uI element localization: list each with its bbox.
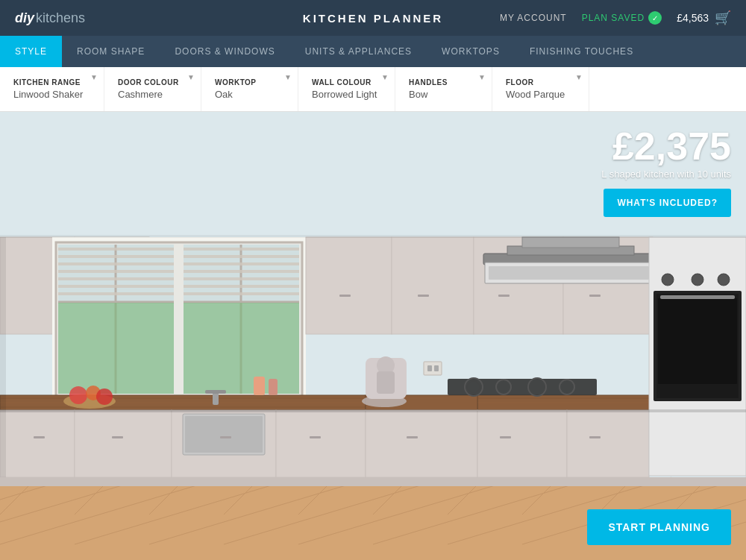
tab-worktops[interactable]: WORKTOPS [427,36,515,67]
svg-rect-88 [0,410,75,477]
chevron-down-icon: ▼ [187,73,195,81]
plan-saved-check-icon: ✓ [648,11,662,25]
wall-colour-label: WALL COLOUR [312,78,381,86]
tab-style[interactable]: STYLE [0,36,62,67]
door-colour-label: DOOR COLOUR [118,78,187,86]
header-price-value: £4,563 [677,12,709,24]
svg-rect-95 [205,390,226,394]
worktop-value: Oak [215,89,284,100]
handles-value: Bow [409,89,478,100]
tab-finishing-touches[interactable]: FINISHING TOUCHES [515,36,648,67]
option-kitchen-range[interactable]: ▼ KITCHEN RANGE Linwood Shaker [7,67,104,111]
svg-rect-68 [306,237,392,334]
svg-rect-121 [254,377,265,395]
whats-included-button[interactable]: WHAT'S INCLUDED? [604,189,731,217]
svg-rect-128 [220,436,231,438]
option-worktop[interactable]: ▼ WORKTOP Oak [201,67,298,111]
nav-tabs: STYLE ROOM SHAPE DOORS & WINDOWS UNITS &… [0,36,746,67]
svg-rect-127 [112,436,123,438]
option-door-colour[interactable]: ▼ DOOR COLOUR Cashmere [104,67,201,111]
start-planning-button[interactable]: START PLANNING [587,509,731,545]
svg-rect-97 [477,410,567,477]
options-bar: ▼ KITCHEN RANGE Linwood Shaker ▼ DOOR CO… [0,67,746,112]
svg-rect-116 [377,371,395,394]
header-price: £4,563 🛒 [677,10,731,26]
svg-rect-103 [660,295,735,299]
logo-kitchens: kitchens [36,10,85,26]
svg-rect-134 [418,295,429,297]
svg-rect-63 [184,262,299,265]
option-handles[interactable]: ▼ HANDLES Bow [395,67,492,111]
svg-rect-74 [522,237,619,248]
svg-rect-64 [184,270,299,273]
svg-rect-130 [407,436,418,438]
svg-rect-62 [184,255,299,258]
floor-label: FLOOR [506,78,575,86]
svg-rect-69 [392,237,474,334]
floor-value: Wood Parque [506,89,575,100]
svg-rect-142 [0,235,746,238]
tab-doors-windows[interactable]: DOORS & WINDOWS [160,36,289,67]
svg-rect-133 [339,295,351,297]
tab-units-appliances[interactable]: UNITS & APPLIANCES [290,36,427,67]
svg-rect-66 [184,285,299,288]
svg-rect-129 [310,436,321,438]
svg-rect-57 [58,270,174,273]
logo[interactable]: diy kitchens [15,10,85,26]
svg-rect-139 [0,409,477,412]
option-floor[interactable]: ▼ FLOOR Wood Parque [492,67,589,111]
svg-rect-89 [75,410,172,477]
svg-rect-98 [567,410,649,477]
plan-saved-status: PLAN SAVED ✓ [582,11,662,25]
door-colour-value: Cashmere [118,89,187,100]
svg-point-106 [718,274,730,286]
chevron-down-icon: ▼ [478,73,486,81]
svg-rect-54 [58,248,174,251]
my-account-link[interactable]: MY ACCOUNT [500,13,567,23]
option-wall-colour[interactable]: ▼ WALL COLOUR Borrowed Light [298,67,395,111]
svg-rect-135 [498,295,510,297]
header-right: MY ACCOUNT PLAN SAVED ✓ £4,563 🛒 [500,10,731,26]
main-content: £2,375 L shaped kitchen with 10 units WH… [0,112,746,560]
svg-rect-59 [58,285,174,288]
wall-colour-value: Borrowed Light [312,89,381,100]
handles-label: HANDLES [409,78,478,86]
svg-rect-102 [658,298,737,384]
svg-rect-140 [477,409,746,412]
kitchen-range-value: Linwood Shaker [13,89,90,100]
svg-rect-65 [184,277,299,280]
svg-rect-124 [427,365,432,371]
svg-rect-58 [58,277,174,280]
svg-rect-137 [0,477,477,486]
svg-point-104 [662,274,674,286]
price-overlay: £2,375 L shaped kitchen with 10 units WH… [601,127,731,217]
chevron-down-icon: ▼ [284,73,292,81]
svg-point-118 [69,386,87,404]
svg-point-105 [692,274,703,286]
svg-rect-60 [58,292,174,295]
chevron-down-icon: ▼ [90,73,98,81]
svg-rect-141 [0,237,6,477]
svg-rect-96 [366,410,477,477]
svg-rect-61 [184,248,299,251]
svg-rect-138 [477,477,746,486]
tab-room-shape[interactable]: ROOM SHAPE [62,36,160,67]
svg-rect-53 [184,303,299,394]
plan-saved-label: PLAN SAVED [582,13,645,23]
svg-rect-122 [269,379,278,395]
svg-rect-136 [589,295,601,297]
svg-rect-93 [185,416,263,453]
svg-rect-123 [424,362,442,375]
svg-rect-52 [58,303,174,394]
logo-diy: diy [15,10,34,26]
worktop-label: WORKTOP [215,78,284,86]
svg-rect-56 [58,262,174,265]
main-price: £2,375 [601,127,731,166]
svg-rect-125 [434,365,439,371]
kitchen-range-label: KITCHEN RANGE [13,78,90,86]
svg-rect-131 [500,436,511,438]
svg-rect-132 [589,436,601,438]
header: diy kitchens KITCHEN PLANNER MY ACCOUNT … [0,0,746,36]
cart-icon[interactable]: 🛒 [715,10,731,26]
svg-rect-67 [184,292,299,295]
